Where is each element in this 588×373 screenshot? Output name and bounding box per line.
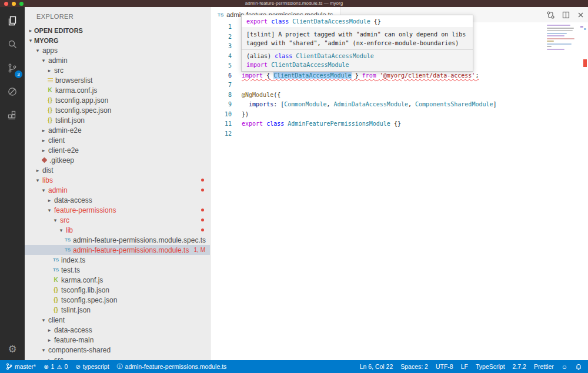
cursor-position[interactable]: Ln 6, Col 22 (360, 363, 393, 370)
karma-file-icon: K (52, 277, 60, 283)
open-editors-section[interactable]: ▸ OPEN EDITORS (25, 25, 210, 35)
warning-icon: ⚠ (56, 364, 62, 370)
line-number: 4 (211, 52, 232, 62)
tree-folder-src[interactable]: ▸src (25, 65, 210, 75)
tree-item-label: tsconfig.spec.json (55, 106, 111, 115)
error-dot (201, 189, 204, 191)
tree-file-karma.conf.js[interactable]: Kkarma.conf.js (25, 275, 210, 285)
typescript-file-icon: TS (218, 12, 223, 18)
code-line-8[interactable]: 8@NgModule({ (211, 90, 588, 100)
tree-file-tsconfig.app.json[interactable]: {}tsconfig.app.json (25, 95, 210, 105)
tree-file-admin-feature-permissions.module.ts[interactable]: TSadmin-feature-permissions.module.ts1, … (25, 245, 210, 255)
tree-folder-feature-main[interactable]: ▸feature-main (25, 335, 210, 345)
chevron-down-icon: ▾ (40, 317, 47, 323)
code-editor[interactable]: 123456import { ClientDataAccessModule } … (211, 22, 588, 360)
tree-folder-data-access[interactable]: ▸data-access (25, 195, 210, 205)
tree-folder-admin[interactable]: ▾admin (25, 55, 210, 65)
root-folder-section[interactable]: ▾ MYORG (25, 35, 210, 45)
extensions-icon[interactable] (0, 103, 25, 127)
tree-file-test.ts[interactable]: TStest.ts (25, 265, 210, 275)
open-changes-icon[interactable] (546, 11, 555, 19)
tree-folder-src[interactable]: ▾src (25, 215, 210, 225)
close-window-button[interactable] (4, 2, 8, 6)
chevron-right-icon: ▸ (46, 197, 53, 203)
code-line-12[interactable]: 12 (211, 129, 588, 139)
karma-file-icon: K (46, 87, 54, 93)
tree-folder-admin[interactable]: ▾admin (25, 185, 210, 195)
tree-folder-src[interactable]: ▸src (25, 355, 210, 360)
formatter-status[interactable]: Prettier (534, 363, 554, 370)
tree-folder-feature-permissions[interactable]: ▾feature-permissions (25, 205, 210, 215)
tree-file-.gitkeep[interactable]: .gitkeep (25, 155, 210, 165)
line-number: 7 (211, 80, 232, 90)
linter-status[interactable]: ⊘ typescript (75, 363, 109, 370)
feedback-smiley-icon[interactable]: ☺ (562, 364, 567, 370)
settings-gear-icon[interactable]: ⚙ (8, 343, 16, 355)
tree-file-tsconfig.lib.json[interactable]: {}tsconfig.lib.json (25, 285, 210, 295)
file-info-status[interactable]: ⓘ admin-feature-permissions.module.ts (117, 362, 227, 371)
explorer-icon[interactable] (0, 9, 25, 33)
tree-folder-lib[interactable]: ▾lib (25, 225, 210, 235)
split-editor-icon[interactable] (562, 11, 570, 19)
indentation-status[interactable]: Spaces: 2 (400, 363, 428, 370)
notifications-bell-icon[interactable] (575, 363, 582, 370)
line-number: 5 (211, 61, 232, 71)
tree-item-label: feature-main (54, 336, 93, 344)
tree-item-label: components-shared (48, 346, 111, 354)
tree-file-tslint.json[interactable]: {}tslint.json (25, 305, 210, 315)
status-bar: master* ⊗ 1 ⚠ 0 ⊘ typescript ⓘ admin-fea… (0, 360, 588, 373)
open-editors-label: OPEN EDITORS (34, 27, 83, 34)
code-line-9[interactable]: 9 imports: [CommonModule, AdminDataAcces… (211, 100, 588, 110)
tree-file-index.ts[interactable]: TSindex.ts (25, 255, 210, 265)
search-icon[interactable] (0, 33, 25, 56)
encoding-status[interactable]: UTF-8 (436, 363, 453, 370)
problems-status[interactable]: ⊗ 1 ⚠ 0 (44, 363, 68, 370)
tree-file-karma.conf.js[interactable]: Kkarma.conf.js (25, 85, 210, 95)
chevron-down-icon: ▾ (46, 207, 53, 213)
chevron-down-icon: ▾ (40, 58, 47, 63)
tree-file-tslint.json[interactable]: {}tslint.json (25, 115, 210, 125)
tree-folder-components-shared[interactable]: ▾components-shared (25, 345, 210, 355)
code-line-7[interactable]: 7 (211, 80, 588, 90)
tree-file-admin-feature-permissions.module.spec.ts[interactable]: TSadmin-feature-permissions.module.spec.… (25, 235, 210, 245)
zoom-window-button[interactable] (19, 2, 24, 6)
tree-folder-client-e2e[interactable]: ▸client-e2e (25, 145, 210, 155)
tree-folder-apps[interactable]: ▾apps (25, 45, 210, 55)
file-tree: ▾apps▾admin▸srcbrowserslistKkarma.conf.j… (25, 45, 210, 360)
tree-file-browserslist[interactable]: browserslist (25, 75, 210, 85)
hover-signature: export class ClientDataAccessModule {} (242, 15, 473, 28)
tree-folder-dist[interactable]: ▸dist (25, 165, 210, 175)
minimap[interactable] (547, 25, 576, 51)
minimize-window-button[interactable] (12, 2, 16, 6)
tree-folder-libs[interactable]: ▾libs (25, 175, 210, 185)
close-icon[interactable] (577, 11, 584, 19)
error-dot (201, 209, 204, 211)
overview-ruler-error-mark (583, 59, 587, 67)
tree-file-tsconfig.spec.json[interactable]: {}tsconfig.spec.json (25, 105, 210, 115)
code-line-11[interactable]: 11export class AdminFeaturePermissionsMo… (211, 119, 588, 129)
tree-folder-client[interactable]: ▸client (25, 135, 210, 145)
tree-file-tsconfig.spec.json[interactable]: {}tsconfig.spec.json (25, 295, 210, 305)
ts-version[interactable]: 2.7.2 (513, 363, 526, 370)
code-line-6[interactable]: 6import { ClientDataAccessModule } from … (211, 71, 588, 81)
source-control-icon[interactable]: 3 (0, 56, 25, 80)
eol-status[interactable]: LF (461, 363, 468, 370)
error-icon: ⊗ (44, 364, 48, 370)
file-decoration-badge: 1, M (194, 247, 205, 253)
tree-item-label: tsconfig.spec.json (61, 296, 117, 304)
hover-alias-line: (alias) class ClientDataAccessModule (246, 52, 468, 61)
tree-item-label: karma.conf.js (61, 276, 103, 284)
tree-folder-admin-e2e[interactable]: ▸admin-e2e (25, 125, 210, 135)
tree-folder-data-access[interactable]: ▸data-access (25, 325, 210, 335)
code-line-10[interactable]: 10}) (211, 110, 588, 120)
tree-folder-client[interactable]: ▾client (25, 315, 210, 325)
language-mode[interactable]: TypeScript (476, 363, 505, 370)
json-file-icon: {} (52, 287, 60, 293)
titlebar: admin-feature-permissions.module.ts — my… (0, 0, 588, 7)
tree-item-label: data-access (54, 196, 92, 204)
tree-item-label: browserslist (55, 76, 92, 85)
git-branch-status[interactable]: master* (6, 363, 36, 370)
line-number: 10 (211, 110, 232, 120)
debug-icon[interactable] (0, 80, 25, 103)
chevron-right-icon: ▸ (27, 28, 34, 33)
